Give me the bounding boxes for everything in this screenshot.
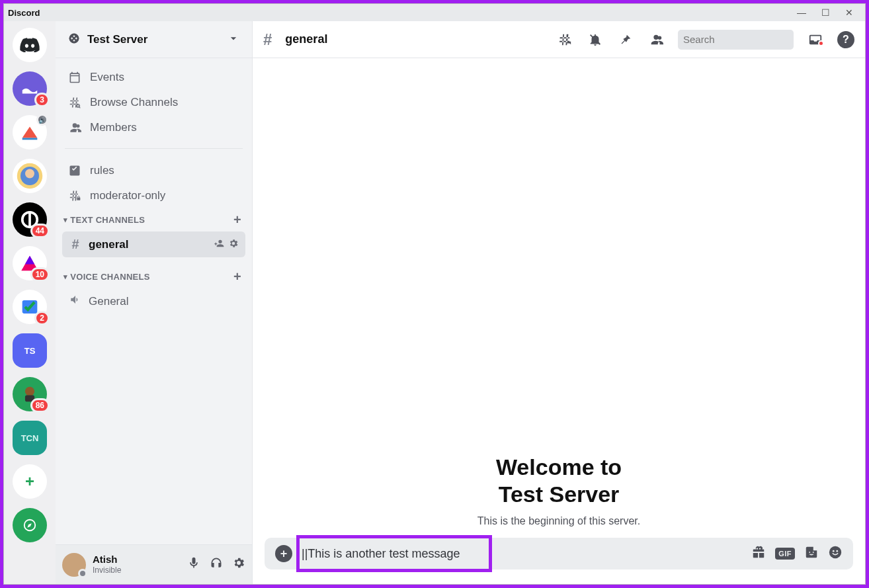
chat-area: Welcome to Test Server This is the begin… [253, 58, 865, 538]
server-item[interactable]: 3 [13, 71, 47, 106]
explore-servers-button[interactable] [13, 508, 47, 542]
status-indicator-icon [78, 569, 87, 578]
discord-logo-icon [20, 38, 40, 52]
channel-label: moderator-only [90, 189, 165, 202]
add-server-button[interactable]: + [13, 464, 47, 499]
welcome-line1: Welcome to [477, 454, 640, 480]
category-voice-channels[interactable]: ▾ VOICE CHANNELS + [62, 265, 245, 287]
close-button[interactable]: ✕ [837, 4, 861, 21]
sidebar-item-members[interactable]: Members [62, 115, 245, 140]
category-label: TEXT CHANNELS [70, 215, 145, 225]
caret-down-icon: ▾ [63, 273, 67, 281]
channel-title: general [285, 32, 327, 46]
emoji-button[interactable] [828, 545, 843, 563]
server-avatar-icon [16, 162, 44, 190]
svg-point-11 [833, 550, 835, 552]
server-avatar-icon [19, 121, 41, 144]
voice-indicator-icon: 🔊 [36, 114, 48, 126]
sidebar-item-browse-channels[interactable]: Browse Channels [62, 90, 245, 115]
invite-icon[interactable] [214, 238, 224, 251]
channel-rules[interactable]: rules [62, 158, 245, 183]
server-rail: 3 🔊 44 10 2 TS [4, 21, 56, 584]
svg-point-5 [25, 387, 34, 396]
threads-button[interactable] [556, 32, 573, 47]
server-item[interactable]: 2 [13, 290, 47, 324]
pinned-button[interactable] [617, 32, 634, 47]
server-initials: TS [24, 346, 36, 356]
gift-button[interactable] [751, 545, 766, 563]
divider [65, 148, 243, 149]
server-item[interactable]: 10 [13, 246, 47, 280]
chevron-down-icon [227, 32, 240, 48]
svg-point-10 [829, 546, 841, 558]
sidebar-item-events[interactable]: Events [62, 65, 245, 90]
attach-button[interactable]: + [275, 545, 292, 562]
member-list-button[interactable] [647, 32, 665, 47]
server-boost-icon [67, 32, 81, 48]
search-box[interactable] [678, 30, 794, 50]
mic-button[interactable] [187, 556, 200, 573]
server-badge: 44 [30, 224, 50, 238]
add-channel-button[interactable]: + [233, 269, 244, 284]
server-item[interactable]: 44 [13, 202, 47, 237]
gear-icon[interactable] [228, 238, 239, 251]
message-input[interactable] [302, 547, 742, 561]
hash-icon: # [69, 237, 82, 252]
channel-moderator-only[interactable]: moderator-only [62, 183, 245, 208]
inbox-button[interactable] [807, 32, 824, 47]
server-badge: 3 [34, 93, 50, 107]
user-panel: Atish Invisible [56, 544, 252, 584]
user-name: Atish [93, 554, 121, 566]
server-badge: 86 [30, 398, 50, 413]
server-header[interactable]: Test Server [56, 21, 252, 58]
server-name: Test Server [87, 33, 220, 46]
user-status: Invisible [93, 566, 121, 575]
channel-label: general [89, 238, 128, 251]
search-input[interactable] [683, 34, 809, 45]
server-item[interactable]: 🔊 [13, 115, 47, 149]
server-item-active[interactable]: TS [13, 333, 47, 368]
message-composer: + GIF [265, 538, 853, 569]
home-button[interactable] [13, 28, 47, 62]
maximize-button[interactable]: ☐ [813, 4, 837, 21]
sidebar-item-label: Members [90, 121, 137, 134]
caret-down-icon: ▾ [63, 216, 67, 224]
sidebar-item-label: Browse Channels [90, 96, 178, 109]
notification-dot [818, 40, 824, 46]
headphones-button[interactable] [210, 556, 223, 573]
server-item[interactable]: TCN [13, 421, 47, 455]
browse-icon [67, 96, 82, 109]
server-item[interactable]: 86 [13, 377, 47, 411]
help-button[interactable]: ? [837, 31, 854, 48]
category-label: VOICE CHANNELS [70, 272, 150, 282]
channel-general[interactable]: # general [62, 231, 245, 257]
welcome-line2: Test Server [477, 482, 640, 507]
server-initials: TCN [21, 433, 39, 443]
hash-icon: # [263, 30, 272, 49]
voice-channel-general[interactable]: General [62, 288, 245, 314]
sidebar-item-label: Events [90, 71, 124, 84]
server-badge: 10 [30, 267, 50, 282]
minimize-button[interactable]: — [790, 4, 813, 21]
settings-button[interactable] [232, 556, 245, 573]
sticker-button[interactable] [804, 545, 819, 563]
gif-button[interactable]: GIF [775, 548, 795, 560]
hash-lock-icon [67, 189, 82, 202]
notifications-button[interactable] [587, 32, 604, 47]
title-bar: Discord — ☐ ✕ [4, 4, 865, 21]
channel-label: rules [90, 164, 114, 177]
user-avatar[interactable] [62, 553, 86, 577]
welcome-subtitle: This is the beginning of this server. [477, 515, 640, 527]
speaker-icon [69, 294, 82, 309]
svg-point-2 [25, 169, 34, 179]
svg-point-12 [836, 550, 838, 552]
server-item[interactable] [13, 159, 47, 193]
category-text-channels[interactable]: ▾ TEXT CHANNELS + [62, 208, 245, 230]
members-icon [67, 121, 82, 134]
channel-label: General [89, 295, 128, 308]
app-title: Discord [8, 8, 40, 18]
add-channel-button[interactable]: + [233, 212, 244, 228]
channel-header: # general ? [253, 21, 865, 58]
compass-icon [22, 518, 37, 532]
calendar-icon [67, 71, 82, 84]
